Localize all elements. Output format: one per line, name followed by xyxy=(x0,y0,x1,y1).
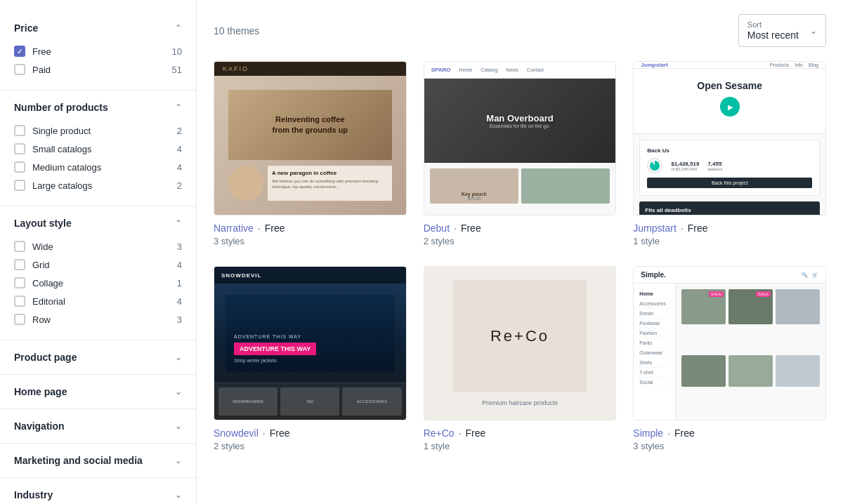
layout-style-section: Layout style ⌃ Wide 3 Grid 4 xyxy=(0,206,196,340)
simple-name[interactable]: Simple xyxy=(633,427,663,439)
narrative-info: Narrative · Free 3 styles xyxy=(214,215,407,249)
sidebar: Price ⌃ Free 10 Paid 51 Number o xyxy=(0,0,197,504)
paid-count: 51 xyxy=(172,65,182,75)
grid-checkbox[interactable] xyxy=(14,259,25,270)
home-page-chevron-icon: ⌄ xyxy=(175,387,182,397)
jumpstart-price: Free xyxy=(688,223,708,234)
industry-header[interactable]: Industry ⌄ xyxy=(14,489,182,500)
marketing-social-chevron-icon: ⌄ xyxy=(175,456,182,465)
snowdevil-name[interactable]: Snowdevil xyxy=(214,427,259,439)
theme-card-reco[interactable]: Re+Co Premium haircare products Re+Co · … xyxy=(424,266,617,454)
jumpstart-name[interactable]: Jumpstart xyxy=(633,223,676,234)
industry-chevron-icon: ⌄ xyxy=(175,490,182,500)
home-page-section: Home page ⌄ xyxy=(0,375,196,409)
navigation-chevron-icon: ⌄ xyxy=(175,421,182,431)
row-count: 3 xyxy=(177,314,182,325)
narrative-price: Free xyxy=(265,223,285,234)
debut-preview: SPARO Home Catalog News Contact Man Over… xyxy=(424,61,617,215)
wide-count: 3 xyxy=(177,241,182,252)
price-chevron-icon: ⌃ xyxy=(175,23,182,33)
small-catalogs-checkbox[interactable] xyxy=(14,143,25,154)
filter-item-paid: Paid 51 xyxy=(14,60,182,79)
number-of-products-header[interactable]: Number of products ⌃ xyxy=(14,102,182,113)
product-page-section: Product page ⌄ xyxy=(0,340,196,375)
row-checkbox[interactable] xyxy=(14,314,25,325)
debut-styles: 2 styles xyxy=(424,236,455,246)
theme-card-simple[interactable]: Simple. 🔍 🛒 Home Accessories Denim Footw… xyxy=(633,266,826,454)
jumpstart-styles: 1 style xyxy=(633,236,660,246)
jumpstart-info: Jumpstart · Free 1 style xyxy=(633,215,826,249)
free-checkbox[interactable] xyxy=(14,46,25,57)
number-of-products-chevron-icon: ⌃ xyxy=(175,102,182,112)
row-label: Row xyxy=(32,314,51,325)
theme-card-snowdevil[interactable]: SNOWDEVIL ADVENTURE THIS WAY ADVENTURE T… xyxy=(214,266,407,454)
single-product-checkbox[interactable] xyxy=(14,125,25,136)
narrative-styles: 3 styles xyxy=(214,236,244,246)
marketing-social-header[interactable]: Marketing and social media ⌄ xyxy=(14,455,182,466)
editorial-label: Editorial xyxy=(32,296,65,307)
medium-catalogs-label: Medium catalogs xyxy=(32,162,101,173)
free-label: Free xyxy=(32,46,51,57)
medium-catalogs-checkbox[interactable] xyxy=(14,161,25,173)
number-of-products-title: Number of products xyxy=(14,102,108,113)
home-page-header[interactable]: Home page ⌄ xyxy=(14,386,182,397)
reco-name[interactable]: Re+Co xyxy=(424,427,455,439)
industry-section: Industry ⌄ xyxy=(0,478,196,504)
price-filter-header[interactable]: Price ⌃ xyxy=(14,22,182,34)
debut-name[interactable]: Debut xyxy=(424,223,450,234)
layout-style-title: Layout style xyxy=(14,218,72,229)
filter-item-large-catalogs: Large catalogs 2 xyxy=(14,176,182,194)
navigation-section: Navigation ⌄ xyxy=(0,409,196,444)
small-catalogs-count: 4 xyxy=(177,144,182,154)
theme-card-jumpstart[interactable]: Jumpstart Products Info Blog Open Sesame… xyxy=(633,61,826,249)
narrative-preview: KAFIO Reinventing coffeefrom the grounds… xyxy=(214,61,407,215)
free-count: 10 xyxy=(172,46,182,57)
themes-grid: KAFIO Reinventing coffeefrom the grounds… xyxy=(214,61,826,454)
main-content: 10 themes Sort Most recent ⌄ KAFIO xyxy=(197,0,843,504)
content-header: 10 themes Sort Most recent ⌄ xyxy=(214,14,826,47)
editorial-checkbox[interactable] xyxy=(14,296,25,307)
filter-item-small-catalogs: Small catalogs 4 xyxy=(14,140,182,158)
marketing-social-title: Marketing and social media xyxy=(14,455,143,466)
reco-info: Re+Co · Free 1 style xyxy=(424,420,617,454)
jumpstart-preview: Jumpstart Products Info Blog Open Sesame… xyxy=(633,61,826,215)
narrative-name[interactable]: Narrative xyxy=(214,223,254,234)
filter-item-medium-catalogs: Medium catalogs 4 xyxy=(14,158,182,176)
grid-count: 4 xyxy=(177,260,182,270)
reco-preview: Re+Co Premium haircare products xyxy=(424,266,617,420)
wide-checkbox[interactable] xyxy=(14,241,25,252)
collage-label: Collage xyxy=(32,278,63,289)
sort-dropdown[interactable]: Sort Most recent ⌄ xyxy=(738,14,826,47)
theme-card-narrative[interactable]: KAFIO Reinventing coffeefrom the grounds… xyxy=(214,61,407,249)
price-filter-title: Price xyxy=(14,22,38,34)
navigation-header[interactable]: Navigation ⌄ xyxy=(14,420,182,432)
filter-item-grid: Grid 4 xyxy=(14,256,182,274)
large-catalogs-label: Large catalogs xyxy=(32,180,92,191)
filter-item-single-product: Single product 2 xyxy=(14,121,182,140)
sort-chevron-icon: ⌄ xyxy=(810,26,817,36)
small-catalogs-label: Small catalogs xyxy=(32,144,92,154)
large-catalogs-checkbox[interactable] xyxy=(14,180,25,191)
reco-styles: 1 style xyxy=(424,441,450,451)
price-filter-section: Price ⌃ Free 10 Paid 51 xyxy=(0,11,196,91)
product-page-header[interactable]: Product page ⌄ xyxy=(14,352,182,363)
paid-label: Paid xyxy=(32,65,51,75)
paid-checkbox[interactable] xyxy=(14,64,25,75)
simple-preview: Simple. 🔍 🛒 Home Accessories Denim Footw… xyxy=(633,266,826,420)
industry-title: Industry xyxy=(14,489,53,500)
simple-styles: 3 styles xyxy=(633,441,664,451)
large-catalogs-count: 2 xyxy=(177,180,182,191)
snowdevil-styles: 2 styles xyxy=(214,441,244,451)
collage-count: 1 xyxy=(177,278,182,289)
wide-label: Wide xyxy=(32,241,53,252)
theme-card-debut[interactable]: SPARO Home Catalog News Contact Man Over… xyxy=(424,61,617,249)
themes-count: 10 themes xyxy=(214,25,259,37)
single-product-label: Single product xyxy=(32,126,91,136)
filter-item-collage: Collage 1 xyxy=(14,274,182,292)
collage-checkbox[interactable] xyxy=(14,277,25,289)
layout-style-header[interactable]: Layout style ⌃ xyxy=(14,218,182,229)
medium-catalogs-count: 4 xyxy=(177,162,182,173)
product-page-title: Product page xyxy=(14,352,77,363)
debut-info: Debut · Free 2 styles xyxy=(424,215,617,249)
navigation-title: Navigation xyxy=(14,420,65,432)
